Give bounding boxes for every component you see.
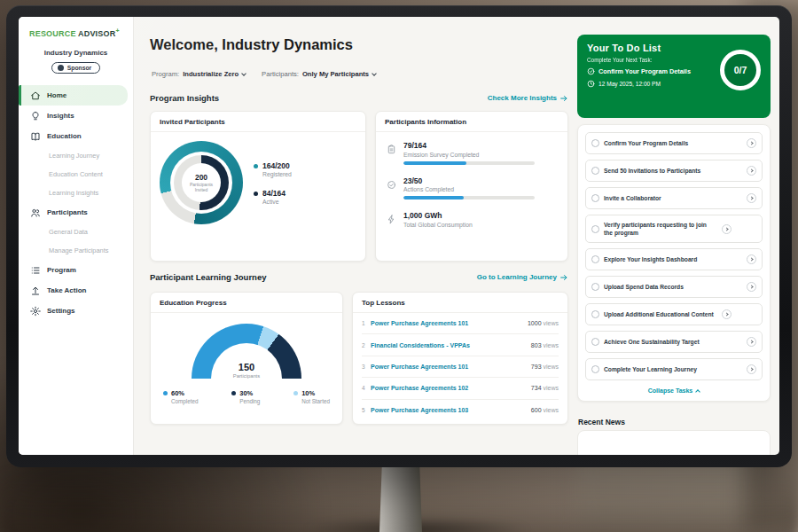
logo-plus: + [115, 27, 119, 34]
clipboard-icon [387, 142, 396, 152]
invited-donut-ring-outer: 200 Participants Invited [160, 141, 243, 224]
chevron-right-icon [749, 141, 753, 145]
task-open-button[interactable] [747, 337, 756, 347]
lesson-views-count: 803 [531, 342, 542, 348]
legend-label: Not Started [301, 398, 330, 404]
participants-dropdown-value: Only My Participants [302, 70, 369, 78]
sidebar-item-learning-journey[interactable]: Learning Journey [19, 146, 133, 165]
lesson-row[interactable]: 1 Power Purchase Agreements 101 1000 vie… [362, 313, 559, 334]
sidebar-item-manage-participants[interactable]: Manage Participants [19, 241, 133, 260]
sidebar-item-education[interactable]: Education [19, 126, 133, 146]
task-row[interactable]: Send 50 Invitations to Participants [585, 160, 763, 182]
check-more-insights-link[interactable]: Check More Insights [488, 94, 568, 103]
task-row[interactable]: Explore Your Insights Dashboard [585, 248, 763, 270]
people-icon [30, 207, 41, 218]
top-lessons-card: Top Lessons 1 Power Purchase Agreements … [352, 292, 568, 425]
card-title: Invited Participants [151, 112, 365, 132]
sidebar-item-insights[interactable]: Insights [19, 106, 133, 126]
task-checkbox[interactable] [591, 365, 599, 373]
section-title: Program Insights [150, 93, 219, 103]
sidebar-item-label: Insights [47, 112, 74, 120]
logo-text-secondary: ADVISOR [78, 29, 115, 38]
lesson-row[interactable]: 3 Power Purchase Agreements 101 793 view… [362, 356, 559, 378]
task-row[interactable]: Invite a Collaborator [585, 187, 763, 209]
task-row[interactable]: Upload Additional Educational Content [585, 303, 763, 325]
legend-label: Completed [171, 398, 198, 404]
task-row[interactable]: Verify participants requesting to join t… [585, 215, 763, 243]
todo-summary-card: Your To Do List Complete Your Next Task:… [577, 35, 771, 118]
lesson-link[interactable]: Power Purchase Agreements 101 [371, 364, 531, 370]
task-open-button[interactable] [722, 224, 732, 234]
lesson-rank: 2 [362, 342, 371, 348]
lesson-views-count: 1000 [528, 320, 542, 326]
sidebar-nav: Home Insights Education Learning Journey [19, 85, 133, 321]
sidebar-item-general-data[interactable]: General Data [19, 223, 133, 241]
task-open-button[interactable] [747, 254, 756, 264]
list-icon [30, 265, 41, 276]
todo-next-task-label: Confirm Your Program Details [598, 67, 691, 75]
lesson-link[interactable]: Power Purchase Agreements 103 [371, 407, 531, 413]
lesson-link[interactable]: Financial Considerations - VPPAs [371, 342, 531, 348]
task-checkbox[interactable] [591, 310, 599, 318]
lesson-row[interactable]: 2 Financial Considerations - VPPAs 803 v… [362, 334, 559, 356]
sidebar-item-take-action[interactable]: Take Action [19, 280, 133, 301]
participants-dropdown[interactable]: Participants: Only My Participants [262, 70, 376, 78]
sidebar-item-learning-insights[interactable]: Learning Insights [19, 184, 133, 202]
lesson-link[interactable]: Power Purchase Agreements 101 [371, 320, 528, 326]
task-checkbox[interactable] [591, 283, 599, 291]
progress-track [403, 161, 535, 165]
program-dropdown[interactable]: Program: Industrialize Zero [152, 70, 246, 78]
sidebar-item-education-content[interactable]: Education Content [19, 165, 133, 184]
task-open-button[interactable] [747, 282, 756, 292]
task-checkbox[interactable] [591, 167, 599, 175]
task-open-button[interactable] [747, 138, 756, 148]
task-row[interactable]: Upload Spend Data Records [585, 276, 763, 298]
sidebar-item-participants[interactable]: Participants [19, 202, 133, 223]
legend-dot [254, 192, 258, 196]
sidebar-item-program[interactable]: Program [19, 260, 133, 280]
lesson-link[interactable]: Power Purchase Agreements 102 [371, 385, 531, 391]
legend-label: Active [262, 199, 286, 205]
sidebar-item-home[interactable]: Home [19, 85, 128, 106]
program-dropdown-label: Program: [152, 70, 179, 78]
task-open-button[interactable] [747, 166, 756, 176]
info-row-emission: 79/164 Emission Survey Completed [387, 141, 557, 165]
org-name: Industry Dynamics [19, 49, 133, 57]
legend-item-registered: 164/200 Registered [254, 161, 292, 177]
chevron-right-icon [749, 257, 753, 261]
legend-value: 10% [301, 389, 315, 397]
sidebar-item-label: Take Action [47, 286, 86, 294]
task-label: Explore Your Insights Dashboard [604, 255, 742, 263]
legend-value: 30% [239, 389, 253, 397]
task-open-button[interactable] [747, 364, 756, 374]
chevron-right-icon [749, 367, 753, 371]
task-checkbox[interactable] [591, 225, 599, 233]
task-checkbox[interactable] [591, 255, 599, 263]
task-open-button[interactable] [747, 193, 756, 203]
go-to-learning-journey-link[interactable]: Go to Learning Journey [477, 273, 568, 282]
lesson-row[interactable]: 4 Power Purchase Agreements 102 734 view… [362, 378, 559, 399]
task-checkbox[interactable] [591, 194, 599, 202]
book-icon [30, 131, 41, 142]
legend-value: 164/200 [262, 161, 292, 170]
task-checkbox[interactable] [591, 338, 599, 346]
task-open-button[interactable] [722, 309, 732, 319]
task-row[interactable]: Achieve One Sustainability Target [585, 331, 763, 353]
lesson-row[interactable]: 5 Power Purchase Agreements 103 600 view… [362, 400, 559, 421]
chevron-down-icon [241, 71, 246, 76]
sidebar-item-settings[interactable]: Settings [19, 301, 133, 321]
lesson-views-word: views [543, 342, 559, 348]
lesson-rank: 1 [362, 320, 371, 326]
education-legend: 60% Completed 30% Pending 10% Not Starte… [151, 379, 342, 404]
chevron-up-icon [695, 389, 700, 395]
task-checkbox[interactable] [591, 139, 599, 147]
check-circle-icon [587, 67, 595, 75]
info-progress-fill [403, 161, 466, 165]
clock-icon [587, 80, 595, 88]
task-row[interactable]: Complete Your Learning Journey [585, 358, 763, 380]
education-progress-card: Education Progress 150 Participants 60% [150, 292, 343, 425]
collapse-tasks-button[interactable]: Collapse Tasks [585, 387, 763, 394]
task-row[interactable]: Confirm Your Program Details [585, 132, 763, 154]
section-title: Participant Learning Journey [150, 272, 266, 282]
donut-center-label: Participants Invited [185, 182, 217, 193]
